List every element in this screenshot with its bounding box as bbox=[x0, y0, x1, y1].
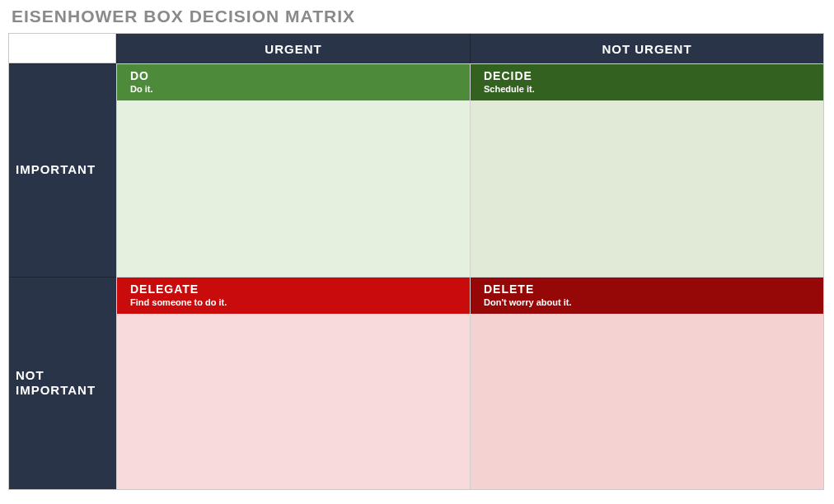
row-header-important: IMPORTANT bbox=[9, 63, 116, 277]
row-header-not-important: NOT IMPORTANT bbox=[9, 277, 116, 490]
page-title: EISENHOWER BOX DECISION MATRIX bbox=[12, 7, 826, 26]
quadrant-decide-body[interactable] bbox=[471, 100, 823, 277]
quadrant-do: DO Do it. bbox=[116, 63, 470, 277]
quadrant-decide-header: DECIDE Schedule it. bbox=[471, 64, 823, 100]
quadrant-do-body[interactable] bbox=[117, 100, 470, 277]
quadrant-delegate-header: DELEGATE Find someone to do it. bbox=[117, 278, 470, 314]
quadrant-delete-hint: Don't worry about it. bbox=[484, 297, 810, 307]
quadrant-delegate-body[interactable] bbox=[117, 314, 470, 490]
quadrant-do-label: DO bbox=[130, 69, 457, 82]
quadrant-delegate: DELEGATE Find someone to do it. bbox=[116, 277, 470, 490]
column-header-urgent: URGENT bbox=[116, 34, 470, 63]
quadrant-decide: DECIDE Schedule it. bbox=[470, 63, 823, 277]
corner-cell bbox=[9, 34, 116, 63]
quadrant-decide-hint: Schedule it. bbox=[484, 84, 810, 94]
quadrant-decide-label: DECIDE bbox=[484, 69, 810, 82]
quadrant-delete: DELETE Don't worry about it. bbox=[470, 277, 823, 490]
quadrant-do-hint: Do it. bbox=[130, 84, 457, 94]
quadrant-do-header: DO Do it. bbox=[117, 64, 470, 100]
quadrant-delete-body[interactable] bbox=[471, 314, 823, 490]
quadrant-delegate-label: DELEGATE bbox=[130, 282, 457, 296]
eisenhower-matrix: URGENT NOT URGENT IMPORTANT DO Do it. DE… bbox=[8, 33, 824, 490]
quadrant-delegate-hint: Find someone to do it. bbox=[130, 297, 457, 307]
quadrant-delete-label: DELETE bbox=[484, 282, 810, 296]
column-header-not-urgent: NOT URGENT bbox=[470, 34, 823, 63]
quadrant-delete-header: DELETE Don't worry about it. bbox=[471, 278, 823, 314]
